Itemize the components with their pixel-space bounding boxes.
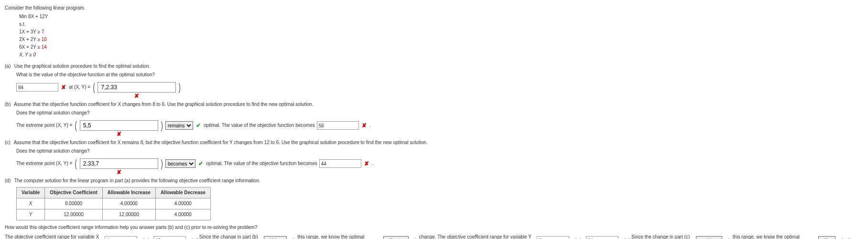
b-mid: optimal. The value of the objective func… — [204, 122, 315, 129]
td: 4.00000 — [155, 209, 210, 220]
part-c-q2: Does the optimal solution change? — [16, 148, 863, 155]
part-c: (c) Assume that the objective function c… — [5, 139, 863, 146]
b-value-input[interactable] — [317, 121, 359, 130]
d-xhi-mark-icon: ✔ — [188, 237, 195, 239]
part-d-q1: The computer solution for the linear pro… — [14, 178, 260, 183]
b-sel-mark-icon: ✔ — [195, 122, 202, 129]
td: Y — [17, 209, 45, 220]
th-variable: Variable — [17, 187, 45, 198]
part-b-q2: Does the optimal solution change? — [16, 110, 863, 116]
d-yhi-mark-icon: ✔ — [620, 237, 627, 239]
td: X — [17, 198, 45, 209]
part-a: (a) Use the graphical solution procedure… — [5, 63, 863, 70]
lparen-icon: ( — [93, 82, 95, 93]
lp-c1b: 7 — [42, 29, 44, 34]
th-allow-decr: Allowable Decrease — [155, 187, 210, 198]
part-b: (b) Assume that the objective function c… — [5, 101, 863, 108]
d-will-mark-icon: ✔ — [837, 237, 844, 239]
d-willnot-mark-icon: ✔ — [411, 237, 417, 239]
rparen-icon: ) — [161, 120, 163, 131]
d-outside-mark-icon: ✔ — [724, 237, 731, 239]
a-at-text: at (X, Y) = — [69, 84, 90, 91]
d-s5: . Since the change in part (c) is — [629, 234, 694, 239]
c-tail: . — [372, 160, 373, 167]
lp-c3: 6X + 2Y ≥ 14 — [19, 44, 863, 51]
part-a-label: (a) — [5, 63, 11, 69]
b-remains-select[interactable]: remains — [165, 121, 193, 130]
td: 4.00000 — [102, 198, 155, 209]
d-to-1: to — [148, 237, 152, 239]
b-xy-input[interactable] — [80, 120, 158, 131]
table-row: Y 12.00000 12.00000 4.00000 — [17, 209, 211, 220]
a-objective-value-input[interactable] — [16, 83, 58, 92]
a-obj-mark-icon: ✘ — [60, 84, 67, 91]
part-c-q1: Assume that the objective function coeff… — [14, 140, 428, 145]
c-xy-mark-icon: ✘ — [116, 169, 122, 176]
d-yhi-input[interactable] — [586, 236, 618, 239]
rparen-icon: ) — [161, 158, 163, 169]
intro-text: Consider the following linear program. — [5, 5, 863, 11]
lp-c3a: 6X + 2Y ≥ — [19, 44, 42, 50]
coeff-table: Variable Objective Coefficient Allowable… — [16, 187, 211, 220]
lp-c2: 2X + 2Y ≥ 10 — [19, 36, 863, 43]
lparen-icon: ( — [75, 158, 77, 169]
part-a-q2: What is the value of the objective funct… — [16, 72, 863, 78]
td: 4.00000 — [155, 198, 210, 209]
a-xy-mark-icon: ✘ — [133, 93, 140, 99]
th-obj-coef: Objective Coefficient — [45, 187, 102, 198]
c-xy-input[interactable] — [80, 158, 158, 169]
c-mid: optimal. The value of the objective func… — [206, 160, 317, 167]
lp-block: Min 8X + 12Y s.t. 1X + 3Y ≥ 7 2X + 2Y ≥ … — [19, 13, 863, 58]
lp-c4: X, Y ≥ 0 — [19, 52, 863, 58]
c-value-input[interactable] — [319, 159, 361, 168]
d-xlo-mark-icon: ✔ — [139, 237, 146, 239]
td: 8.00000 — [45, 198, 102, 209]
lparen-icon: ( — [75, 120, 77, 131]
lp-c3b: 14 — [42, 44, 47, 50]
lp-c1: 1X + 3Y ≥ 7 — [19, 29, 863, 35]
d-willnot-select[interactable]: will not — [383, 236, 409, 239]
d-ylo-mark-icon: ✔ — [571, 237, 578, 239]
c-becomes-select[interactable]: becomes — [165, 159, 195, 168]
d-outside-select[interactable]: outside — [696, 236, 722, 239]
b-tail: . — [369, 122, 371, 129]
b-xy-mark-icon: ✘ — [116, 131, 122, 137]
d-s7: change. — [846, 237, 863, 239]
lp-c2a: 2X + 2Y ≥ — [19, 37, 42, 42]
b-val-mark-icon: ✘ — [361, 122, 368, 129]
part-a-q1: Use the graphical solution procedure to … — [14, 63, 151, 69]
d-will-select[interactable]: will — [818, 236, 835, 239]
d-s6: this range, we know the optimal solution — [733, 234, 817, 239]
d-s4: change. The objective coefficient range … — [419, 234, 535, 239]
d-s1: The objective coefficient range for vari… — [5, 234, 103, 239]
d-ylo-input[interactable] — [537, 236, 569, 239]
part-b-q1: Assume that the objective function coeff… — [14, 102, 313, 107]
c-lead: The extreme point (X, Y) = — [16, 160, 72, 167]
lp-st: s.t. — [19, 21, 863, 28]
d-s3: this range, we know the optimal solution — [297, 234, 381, 239]
d-within-mark-icon: ✔ — [289, 237, 295, 239]
d-within-select[interactable]: within — [264, 236, 287, 239]
part-d: (d) The computer solution for the linear… — [5, 177, 863, 184]
part-d-label: (d) — [5, 178, 11, 183]
c-sel-mark-icon: ✔ — [197, 160, 204, 167]
rparen-icon: ) — [179, 82, 181, 93]
th-allow-incr: Allowable Increase — [102, 187, 155, 198]
d-xhi-input[interactable] — [153, 236, 186, 239]
c-val-mark-icon: ✘ — [363, 160, 370, 167]
td: 12.00000 — [102, 209, 155, 220]
lp-c2b: 10 — [42, 37, 47, 42]
part-c-label: (c) — [5, 140, 11, 145]
lp-obj: Min 8X + 12Y — [19, 13, 863, 20]
table-row: Variable Objective Coefficient Allowable… — [17, 187, 211, 198]
b-lead: The extreme point (X, Y) = — [16, 122, 72, 129]
lp-c1a: 1X + 3Y ≥ — [19, 29, 42, 34]
d-s2: . Since the change in part (b) is — [196, 234, 262, 239]
part-b-label: (b) — [5, 102, 11, 107]
a-xy-input[interactable] — [98, 82, 176, 93]
table-row: X 8.00000 4.00000 4.00000 — [17, 198, 211, 209]
td: 12.00000 — [45, 209, 102, 220]
d-xlo-input[interactable] — [105, 236, 137, 239]
lp-c4-text: X, Y ≥ 0 — [19, 52, 36, 57]
d-to-2: to — [580, 237, 584, 239]
